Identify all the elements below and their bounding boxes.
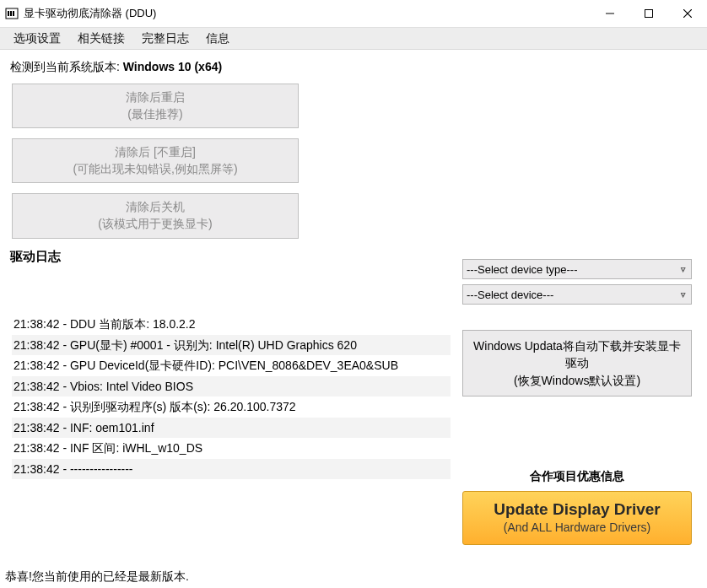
update-driver-line1: Update Display Driver: [467, 500, 688, 519]
partner-label: 合作项目优惠信息: [462, 469, 692, 484]
clean-no-restart-line2: (可能出现未知错误,例如黑屏等): [16, 161, 294, 178]
restore-windows-update-button[interactable]: Windows Updata将自动下载并安装显卡驱动 (恢复Windows默认设…: [462, 330, 692, 396]
device-value: ---Select device---: [467, 289, 553, 301]
svg-rect-1: [8, 11, 9, 16]
device-select[interactable]: ---Select device--- ⛛: [462, 284, 692, 305]
log-line: 21:38:42 - Vbios: Intel Video BIOS: [12, 376, 451, 397]
log-line: 21:38:42 - GPU(显卡) #0001 - 识别为: Intel(R)…: [12, 335, 451, 356]
left-column: 检测到当前系统版本: Windows 10 (x64) 清除后重启 (最佳推荐)…: [8, 58, 445, 270]
svg-rect-2: [10, 11, 12, 16]
maximize-button[interactable]: [629, 0, 668, 27]
restore-line2: (恢复Windows默认设置): [470, 372, 684, 389]
device-type-select[interactable]: ---Select device type--- ⛛: [462, 259, 692, 279]
detected-os-prefix: 检测到当前系统版本:: [10, 60, 123, 73]
app-icon: [5, 7, 19, 20]
log-line: 21:38:42 - INF 区间: iWHL_w10_DS: [12, 438, 451, 459]
minimize-button[interactable]: [591, 0, 629, 27]
restore-line1: Windows Updata将自动下载并安装显卡驱动: [470, 337, 684, 372]
update-driver-line2: (And ALL Hardware Drivers): [467, 521, 688, 534]
log-line: 21:38:42 - ----------------: [12, 459, 451, 480]
right-column: ---Select device type--- ⛛ ---Select dev…: [462, 259, 692, 588]
detected-os-value: Windows 10 (x64): [123, 60, 222, 73]
clean-and-restart-button[interactable]: 清除后重启 (最佳推荐): [12, 84, 299, 128]
svg-rect-5: [645, 10, 653, 18]
log-line: 21:38:42 - INF: oem101.inf: [12, 418, 451, 439]
log-label: 驱动日志: [10, 249, 445, 265]
status-text: 恭喜!您当前使用的已经是最新版本.: [5, 569, 189, 583]
clean-and-shutdown-button[interactable]: 清除后关机 (该模式用于更换显卡): [12, 193, 299, 238]
log-box[interactable]: 21:38:42 - DDU 当前版本: 18.0.2.2 21:38:42 -…: [12, 314, 451, 588]
window-controls: [591, 0, 707, 27]
menu-options[interactable]: 选项设置: [5, 29, 69, 49]
chevron-down-icon: ⛛: [679, 265, 688, 274]
menu-fulllog[interactable]: 完整日志: [133, 29, 197, 49]
clean-no-restart-line1: 清除后 [不重启]: [16, 144, 294, 161]
status-bar: 恭喜!您当前使用的已经是最新版本.: [0, 568, 707, 588]
clean-no-restart-button[interactable]: 清除后 [不重启] (可能出现未知错误,例如黑屏等): [12, 138, 299, 183]
titlebar: 显卡驱动彻底清除器 (DDU): [0, 0, 707, 27]
clean-and-shutdown-line1: 清除后关机: [16, 199, 294, 216]
app-title: 显卡驱动彻底清除器 (DDU): [24, 6, 156, 21]
menu-info[interactable]: 信息: [197, 29, 238, 49]
update-display-driver-button[interactable]: Update Display Driver (And ALL Hardware …: [462, 491, 692, 545]
detected-os-line: 检测到当前系统版本: Windows 10 (x64): [10, 60, 445, 75]
close-button[interactable]: [668, 0, 707, 27]
menu-links[interactable]: 相关链接: [69, 29, 133, 49]
menubar: 选项设置 相关链接 完整日志 信息: [0, 27, 707, 50]
log-line: 21:38:42 - DDU 当前版本: 18.0.2.2: [12, 314, 451, 335]
clean-and-restart-line1: 清除后重启: [16, 89, 294, 106]
log-line: 21:38:42 - 识别到驱动程序(s) 版本(s): 26.20.100.7…: [12, 396, 451, 418]
svg-rect-3: [13, 11, 14, 16]
chevron-down-icon: ⛛: [679, 290, 688, 299]
clean-and-restart-line2: (最佳推荐): [16, 106, 294, 123]
clean-and-shutdown-line2: (该模式用于更换显卡): [16, 216, 294, 233]
device-type-value: ---Select device type---: [467, 263, 577, 276]
log-line: 21:38:42 - GPU DeviceId(显卡硬件ID): PCI\VEN…: [12, 355, 451, 376]
